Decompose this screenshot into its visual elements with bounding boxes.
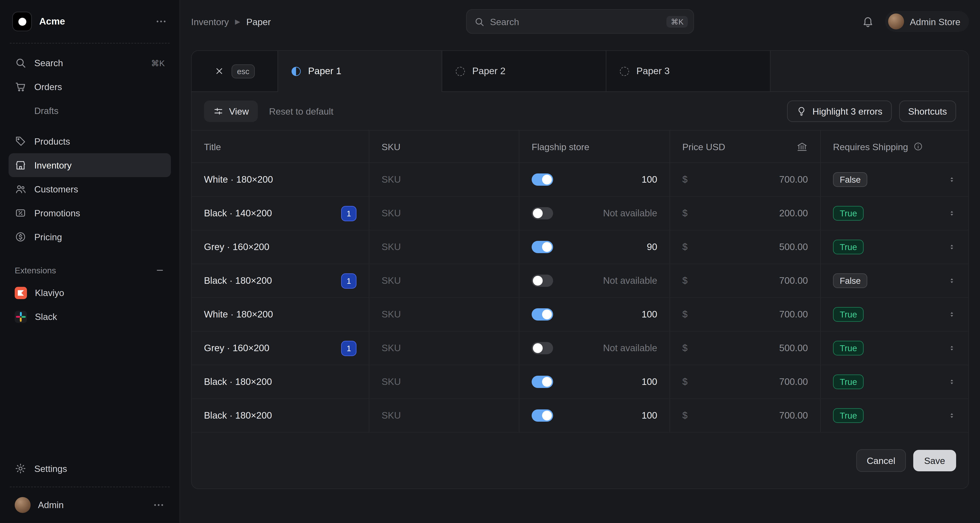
brand-menu-icon[interactable] bbox=[155, 15, 167, 27]
sidebar-item-slack[interactable]: Slack bbox=[9, 305, 171, 328]
flagship-value[interactable]: 90 bbox=[647, 241, 657, 252]
price-cell[interactable]: $ 500.00 bbox=[670, 230, 821, 263]
gear-icon bbox=[15, 463, 26, 475]
sidebar-item-drafts[interactable]: Drafts bbox=[9, 99, 171, 123]
breadcrumb-separator-icon: ▶ bbox=[235, 18, 240, 26]
sidebar-item-orders[interactable]: Orders bbox=[9, 75, 171, 99]
stepper-icon[interactable] bbox=[948, 208, 956, 219]
sidebar-item-klaviyo[interactable]: Klaviyo bbox=[9, 281, 171, 305]
shipping-cell: False bbox=[821, 264, 968, 297]
save-button[interactable]: Save bbox=[913, 450, 956, 471]
flagship-value[interactable]: 100 bbox=[641, 309, 657, 320]
tab-paper-1[interactable]: Paper 1 bbox=[278, 51, 442, 91]
price-cell[interactable]: $ 700.00 bbox=[670, 163, 821, 196]
shipping-badge[interactable]: True bbox=[833, 240, 864, 254]
price-cell[interactable]: $ 700.00 bbox=[670, 365, 821, 399]
flagship-value[interactable]: 100 bbox=[641, 410, 657, 421]
stepper-icon[interactable] bbox=[948, 174, 956, 185]
shipping-badge[interactable]: False bbox=[833, 273, 867, 288]
sku-cell[interactable]: SKU bbox=[369, 332, 519, 365]
stepper-icon[interactable] bbox=[948, 241, 956, 252]
shipping-badge[interactable]: True bbox=[833, 206, 864, 221]
tab-paper-2[interactable]: Paper 2 bbox=[442, 51, 606, 91]
stepper-icon[interactable] bbox=[948, 343, 956, 354]
flagship-value[interactable]: Not available bbox=[603, 343, 657, 354]
flagship-value[interactable]: 100 bbox=[641, 376, 657, 387]
shipping-badge[interactable]: True bbox=[833, 375, 864, 389]
shipping-badge[interactable]: False bbox=[833, 172, 867, 187]
notifications-bell-icon[interactable] bbox=[862, 15, 874, 27]
admin-row[interactable]: Admin bbox=[9, 488, 171, 523]
price-cell[interactable]: $ 500.00 bbox=[670, 332, 821, 365]
title-cell[interactable]: Black · 180×200 1 bbox=[192, 264, 369, 297]
sidebar-item-search[interactable]: Search⌘K bbox=[9, 51, 171, 75]
price-cell[interactable]: $ 700.00 bbox=[670, 298, 821, 331]
sku-cell[interactable]: SKU bbox=[369, 399, 519, 432]
title-cell[interactable]: Grey · 160×200 bbox=[192, 230, 369, 263]
sidebar-item-customers[interactable]: Customers bbox=[9, 177, 171, 201]
sku-cell[interactable]: SKU bbox=[369, 163, 519, 196]
stepper-icon[interactable] bbox=[948, 275, 956, 286]
flagship-toggle[interactable] bbox=[531, 174, 553, 186]
flagship-toggle[interactable] bbox=[531, 241, 553, 253]
main-area: Inventory ▶ Paper Search ⌘K Admin Store bbox=[180, 0, 980, 523]
highlight-errors-button[interactable]: Highlight 3 errors bbox=[787, 100, 892, 122]
stepper-icon[interactable] bbox=[948, 410, 956, 421]
price-cell[interactable]: $ 200.00 bbox=[670, 197, 821, 230]
title-cell[interactable]: White · 180×200 bbox=[192, 163, 369, 196]
sku-cell[interactable]: SKU bbox=[369, 197, 519, 230]
title-cell[interactable]: Grey · 160×200 1 bbox=[192, 332, 369, 365]
brand-name: Acme bbox=[39, 16, 148, 27]
flagship-toggle[interactable] bbox=[531, 207, 553, 219]
global-search-input[interactable]: Search ⌘K bbox=[466, 9, 694, 34]
info-icon[interactable] bbox=[913, 142, 923, 151]
sidebar-item-label: Products bbox=[34, 137, 70, 146]
breadcrumb-root[interactable]: Inventory bbox=[191, 16, 229, 27]
shipping-badge[interactable]: True bbox=[833, 307, 864, 322]
sku-placeholder: SKU bbox=[382, 174, 401, 185]
shipping-badge[interactable]: True bbox=[833, 341, 864, 356]
flagship-cell: 100 bbox=[519, 365, 670, 399]
stepper-icon[interactable] bbox=[948, 376, 956, 387]
highlight-errors-label: Highlight 3 errors bbox=[812, 106, 882, 116]
flagship-toggle[interactable] bbox=[531, 410, 553, 422]
price-value: 700.00 bbox=[779, 174, 808, 185]
flagship-toggle[interactable] bbox=[531, 342, 553, 354]
shipping-badge[interactable]: True bbox=[833, 408, 864, 423]
flagship-value[interactable]: Not available bbox=[603, 208, 657, 219]
flagship-toggle[interactable] bbox=[531, 274, 553, 287]
sidebar-item-promotions[interactable]: Promotions bbox=[9, 201, 171, 225]
reset-to-default-button[interactable]: Reset to default bbox=[269, 106, 333, 116]
flagship-value[interactable]: 100 bbox=[641, 174, 657, 185]
flagship-cell: 90 bbox=[519, 230, 670, 263]
price-transfer-icon[interactable] bbox=[796, 141, 808, 152]
title-cell[interactable]: Black · 140×200 1 bbox=[192, 197, 369, 230]
admin-menu-icon[interactable] bbox=[153, 499, 165, 511]
sidebar-item-settings[interactable]: Settings bbox=[9, 457, 171, 481]
flagship-cell: 100 bbox=[519, 399, 670, 432]
sku-cell[interactable]: SKU bbox=[369, 365, 519, 399]
user-chip[interactable]: Admin Store bbox=[885, 11, 969, 32]
sku-cell[interactable]: SKU bbox=[369, 230, 519, 263]
flagship-toggle[interactable] bbox=[531, 376, 553, 388]
collapse-icon[interactable] bbox=[155, 265, 165, 275]
title-cell[interactable]: Black · 180×200 bbox=[192, 365, 369, 399]
sidebar-item-inventory[interactable]: Inventory bbox=[9, 153, 171, 177]
cancel-button[interactable]: Cancel bbox=[856, 449, 906, 472]
title-cell[interactable]: White · 180×200 bbox=[192, 298, 369, 331]
price-cell[interactable]: $ 700.00 bbox=[670, 399, 821, 432]
sku-cell[interactable]: SKU bbox=[369, 298, 519, 331]
shortcuts-button[interactable]: Shortcuts bbox=[899, 100, 956, 122]
sidebar-item-products[interactable]: Products bbox=[9, 129, 171, 153]
close-icon[interactable] bbox=[215, 66, 224, 76]
flagship-toggle[interactable] bbox=[531, 308, 553, 320]
sku-cell[interactable]: SKU bbox=[369, 264, 519, 297]
sidebar-item-pricing[interactable]: Pricing bbox=[9, 225, 171, 249]
tab-paper-3[interactable]: Paper 3 bbox=[606, 51, 770, 91]
title-cell[interactable]: Black · 180×200 bbox=[192, 399, 369, 432]
flagship-value[interactable]: Not available bbox=[603, 275, 657, 286]
close-tabs-button[interactable]: esc bbox=[192, 51, 278, 91]
price-cell[interactable]: $ 700.00 bbox=[670, 264, 821, 297]
view-button[interactable]: View bbox=[204, 100, 258, 122]
stepper-icon[interactable] bbox=[948, 309, 956, 320]
